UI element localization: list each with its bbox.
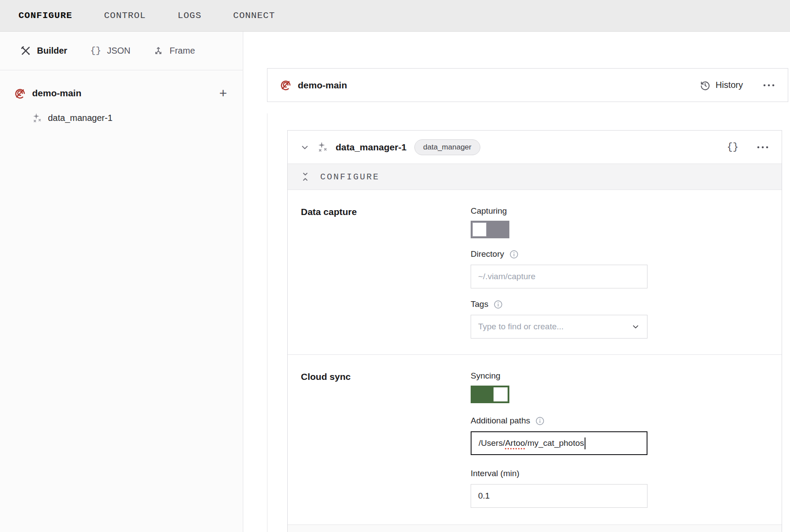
next-section-partial xyxy=(288,525,782,532)
history-label: History xyxy=(716,80,743,90)
nav-tab-connect[interactable]: CONNECT xyxy=(233,11,275,21)
info-icon[interactable] xyxy=(535,416,545,426)
data-capture-section: Data capture Capturing Directory xyxy=(288,190,782,339)
tags-select[interactable]: Type to find or create... xyxy=(471,315,647,339)
path-value-prefix: /Users/ xyxy=(479,438,505,448)
braces-icon: {} xyxy=(90,46,101,56)
syncing-toggle[interactable] xyxy=(471,386,509,403)
sparkles-icon xyxy=(32,113,43,124)
resource-card-data-manager: data_manager-1 data_manager {} CONFIGURE xyxy=(287,130,782,532)
part-title: demo-main xyxy=(298,80,347,91)
history-clock-icon xyxy=(699,80,711,91)
text-caret xyxy=(585,437,585,449)
tree-item-data-manager[interactable]: data_manager-1 xyxy=(0,107,243,128)
view-json-icon[interactable]: {} xyxy=(727,142,739,153)
syncing-label: Syncing xyxy=(471,371,647,381)
part-card-header: demo-main History xyxy=(267,68,788,102)
sidebar-tab-label: Frame xyxy=(169,46,195,56)
sidebar-tab-json[interactable]: {} JSON xyxy=(90,46,131,56)
resource-name: data_manager-1 xyxy=(336,142,406,153)
path-value-misspelled: Artoo xyxy=(505,438,525,448)
sidebar-tab-label: JSON xyxy=(107,46,130,56)
tags-label: Tags xyxy=(471,299,647,310)
cloud-sync-section: Cloud sync Syncing Additional paths xyxy=(288,355,782,508)
sidebar: Builder {} JSON Frame xyxy=(0,32,243,532)
toggle-knob xyxy=(472,222,486,237)
interval-input[interactable]: 0.1 xyxy=(471,484,647,508)
sidebar-view-tabs: Builder {} JSON Frame xyxy=(0,32,243,70)
configure-section-bar[interactable]: CONFIGURE xyxy=(288,164,782,190)
directory-input[interactable]: ~/.viam/capture xyxy=(471,265,647,288)
chevron-down-icon xyxy=(631,322,640,331)
resource-card-header: data_manager-1 data_manager {} xyxy=(288,131,782,164)
additional-paths-input[interactable]: /Users/Artoo/my_cat_photos xyxy=(471,431,647,455)
top-nav: CONFIGURE CONTROL LOGS CONNECT xyxy=(0,0,790,32)
sidebar-tab-frame[interactable]: Frame xyxy=(153,46,195,56)
chevron-down-icon[interactable] xyxy=(300,142,310,152)
path-value-suffix: /my_cat_photos xyxy=(525,438,584,448)
history-button[interactable]: History xyxy=(699,80,743,91)
add-component-button[interactable]: + xyxy=(219,87,227,100)
resource-type-badge: data_manager xyxy=(414,139,480,155)
part-menu-dots-icon[interactable] xyxy=(762,83,775,87)
sidebar-tab-builder[interactable]: Builder xyxy=(20,45,67,56)
machine-offline-icon xyxy=(14,87,26,99)
tree-item-part[interactable]: demo-main + xyxy=(0,83,243,104)
tree-part-name: demo-main xyxy=(32,88,81,98)
capturing-toggle[interactable] xyxy=(471,221,509,238)
interval-value: 0.1 xyxy=(478,491,490,501)
resource-menu-dots-icon[interactable] xyxy=(756,145,769,149)
configure-bar-label: CONFIGURE xyxy=(320,172,380,182)
section-title: Cloud sync xyxy=(301,371,471,508)
viam-configure-page: CONFIGURE CONTROL LOGS CONNECT Builder {… xyxy=(0,0,790,532)
section-title: Data capture xyxy=(301,206,471,339)
sidebar-tab-label: Builder xyxy=(37,46,67,56)
interval-label: Interval (min) xyxy=(471,468,647,479)
info-icon[interactable] xyxy=(509,250,519,259)
directory-label: Directory xyxy=(471,249,647,259)
nav-tab-logs[interactable]: LOGS xyxy=(178,11,201,21)
collapse-vertical-icon xyxy=(300,171,311,182)
sparkles-icon xyxy=(317,141,329,153)
resource-tree: demo-main + data_manager-1 xyxy=(0,70,243,128)
info-icon[interactable] xyxy=(494,300,503,309)
machine-offline-icon xyxy=(280,79,292,91)
tree-child-name: data_manager-1 xyxy=(48,113,113,123)
part-panel-left-border xyxy=(267,113,267,532)
toggle-knob xyxy=(494,387,508,401)
nav-tab-configure[interactable]: CONFIGURE xyxy=(18,11,72,21)
nav-tab-control[interactable]: CONTROL xyxy=(104,11,146,21)
main-content: demo-main History xyxy=(243,32,790,532)
additional-paths-label: Additional paths xyxy=(471,415,647,426)
directory-placeholder: ~/.viam/capture xyxy=(478,272,535,281)
tags-placeholder: Type to find or create... xyxy=(478,322,563,332)
tools-icon xyxy=(20,45,31,56)
frame-axes-icon xyxy=(153,46,164,56)
capturing-label: Capturing xyxy=(471,206,647,216)
